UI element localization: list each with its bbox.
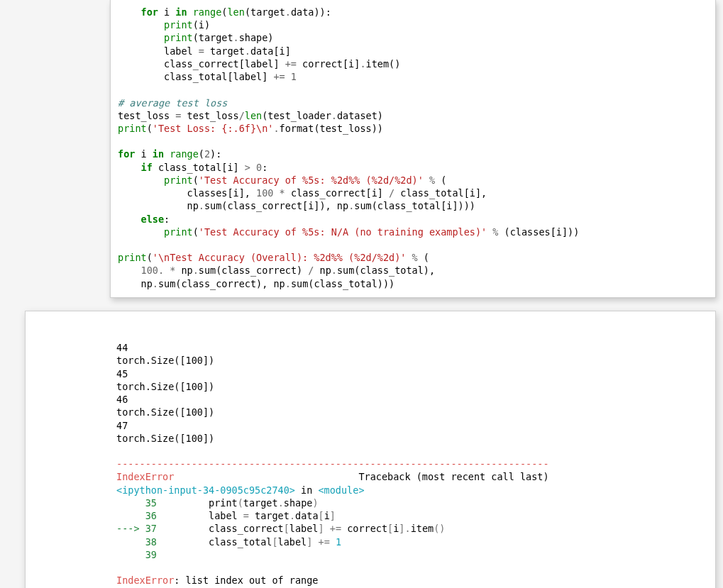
code-token: np	[118, 200, 199, 211]
code-token: for	[118, 148, 135, 160]
code-token: label	[118, 45, 199, 57]
code-token: format(test_loss))	[280, 123, 383, 134]
tb-token: class_total	[157, 536, 272, 548]
code-token: /	[239, 110, 245, 121]
tb-linenum: 36	[145, 510, 157, 521]
code-token	[118, 19, 164, 30]
code-token	[118, 32, 164, 43]
tb-token: ].	[399, 523, 410, 534]
tb-token: 1	[336, 536, 341, 548]
code-token: (	[435, 174, 446, 186]
code-token: .	[199, 200, 204, 211]
frame-file: <ipython-input-34-0905c95c2740>	[116, 484, 295, 496]
code-token: shape)	[239, 32, 274, 43]
code-token	[285, 71, 291, 82]
code-input-cell[interactable]: for i in range(len(target.data)): print(…	[110, 0, 716, 298]
code-token: 100	[256, 187, 273, 199]
stdout-line: 46	[116, 394, 128, 405]
code-token: >	[245, 162, 250, 173]
code-token: # average test loss	[118, 97, 227, 109]
code-token: (classes[i]))	[498, 226, 579, 238]
tb-linenum: 38	[145, 536, 157, 548]
code-token	[164, 265, 170, 276]
code-token: (target	[245, 6, 285, 18]
code-token	[118, 6, 141, 18]
code-token: len	[227, 6, 244, 18]
code-token	[187, 6, 193, 18]
tb-arrow	[116, 536, 145, 548]
code-token: 'Test Loss: {:.6f}\n'	[153, 123, 274, 134]
code-token: +=	[273, 71, 285, 82]
stdout-line: 44	[116, 342, 128, 353]
code-token: +=	[285, 58, 297, 70]
code-token: .	[153, 278, 158, 289]
tb-token: [	[319, 510, 324, 521]
code-token: (	[147, 252, 153, 263]
code-token: *	[280, 187, 285, 199]
stdout-line: 47	[116, 420, 128, 431]
tb-token	[312, 536, 318, 548]
stdout-line: torch.Size([100])	[116, 381, 214, 392]
code-token: %	[412, 252, 418, 263]
code-token: np	[118, 278, 153, 289]
tb-token: i	[324, 510, 330, 521]
tb-token: +=	[319, 536, 330, 548]
stdout-line: torch.Size([100])	[116, 406, 214, 418]
code-token	[118, 162, 141, 173]
code-token: print	[164, 32, 193, 43]
code-token	[164, 148, 170, 160]
code-token: if	[141, 162, 153, 173]
code-token	[118, 174, 164, 186]
code-token	[273, 187, 279, 199]
code-token: '\nTest Accuracy (Overall): %2d%% (%2d/%…	[153, 252, 407, 263]
code-token: class_total[i]	[153, 162, 245, 173]
code-token: print	[118, 123, 147, 134]
code-token: 'Test Accuracy of %5s: N/A (no training …	[199, 226, 487, 238]
tb-linenum: 39	[145, 549, 157, 560]
code-token: sum(class_correct[i]), np	[204, 200, 348, 211]
code-token: 100.	[141, 265, 165, 276]
module-name: <module>	[318, 484, 364, 496]
code-token: print	[164, 174, 193, 186]
tb-token: (	[238, 497, 243, 509]
code-token: sum(class_total),	[337, 265, 435, 276]
code-token: print	[118, 252, 147, 263]
tb-token: [	[272, 536, 277, 548]
traceback-spacer	[174, 471, 358, 482]
code-token: :	[262, 162, 267, 173]
code-token: len	[245, 110, 262, 121]
tb-token	[330, 536, 336, 548]
tb-token: label	[157, 510, 243, 521]
tb-token: label	[278, 536, 307, 548]
code-token: %	[429, 174, 435, 186]
traceback-separator: ----------------------------------------…	[116, 458, 549, 470]
code-token: test_loss	[118, 110, 175, 121]
tb-token: class_correct	[157, 523, 284, 534]
tb-token: print	[157, 497, 238, 509]
tb-arrow	[116, 549, 145, 560]
tb-linenum: 35	[145, 497, 157, 509]
stdout-line: 45	[116, 368, 128, 379]
final-error-name: IndexError	[116, 575, 174, 586]
tb-token: item	[411, 523, 434, 534]
stdout-line: torch.Size([100])	[116, 355, 214, 366]
tb-token: shape	[284, 497, 313, 509]
tb-token: .	[289, 510, 295, 521]
code-token: (	[193, 226, 199, 238]
code-token: for	[141, 6, 158, 18]
code-token	[118, 213, 141, 225]
tb-token: [	[387, 523, 393, 534]
code-token	[406, 252, 412, 263]
code-output-cell[interactable]: 44 torch.Size([100]) 45 torch.Size([100]…	[25, 311, 716, 588]
code-token: item()	[366, 58, 401, 70]
code-token: =	[199, 45, 204, 57]
code-token: range	[170, 148, 199, 160]
stdout-line: torch.Size([100])	[116, 433, 214, 444]
notebook-container: for i in range(len(target.data)): print(…	[0, 0, 723, 588]
code-token: .	[285, 6, 291, 18]
code-token	[250, 162, 256, 173]
tb-token	[324, 523, 330, 534]
tb-token: .	[278, 497, 284, 509]
code-token: 'Test Accuracy of %5s: %2d%% (%2d/%2d)'	[199, 174, 424, 186]
in-kw: in	[295, 484, 319, 496]
